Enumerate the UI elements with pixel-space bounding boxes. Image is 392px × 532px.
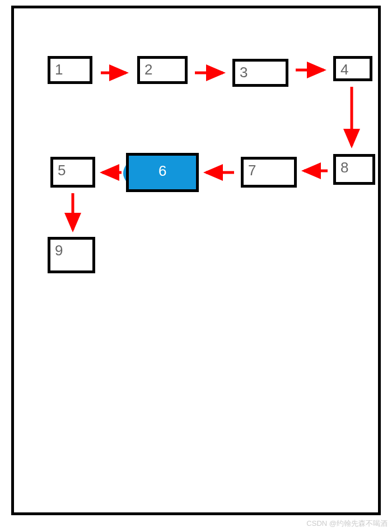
node-6-highlighted: 6 [126,153,199,192]
arrow-5-9 [64,190,81,235]
arrow-7-6 [202,164,238,181]
node-4: 4 [333,56,372,81]
arrow-2-3 [192,64,228,81]
node-label: 8 [340,159,348,176]
node-label: 5 [58,162,66,179]
node-9: 9 [48,237,95,273]
node-label: 9 [55,242,63,259]
arrow-6-5 [98,164,126,181]
node-8: 8 [333,154,375,185]
node-1: 1 [48,56,92,84]
node-label: 6 [133,158,192,180]
node-2: 2 [137,56,188,84]
node-label: 2 [144,61,152,78]
node-label: 4 [340,61,348,78]
arrow-4-8 [343,84,360,151]
arrow-8-7 [300,162,330,179]
diagram-frame: 1 2 3 4 5 6 7 8 9 [11,6,381,515]
node-label: 3 [240,64,248,81]
node-label: 1 [55,61,63,78]
node-3: 3 [232,59,288,87]
watermark: CSDN @约翰先森不喝酒 [306,519,388,529]
arrow-1-2 [98,64,132,81]
node-7: 7 [241,157,297,188]
node-5: 5 [50,157,95,188]
arrow-3-4 [293,62,329,78]
node-label: 7 [248,162,256,179]
